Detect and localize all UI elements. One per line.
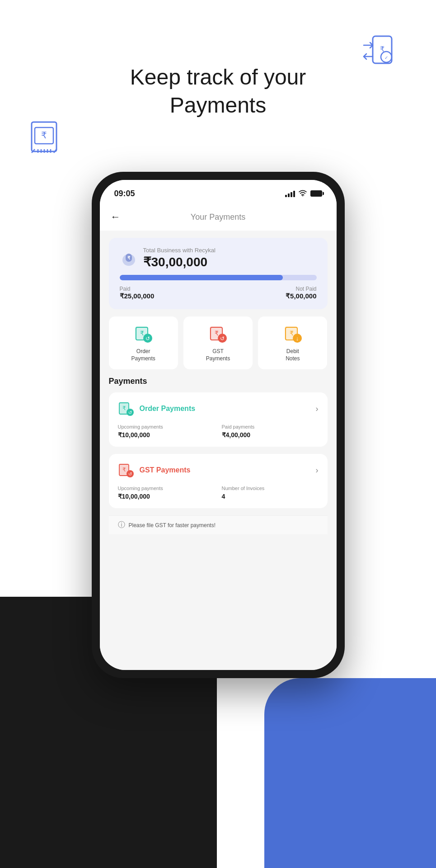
battery-icon xyxy=(310,190,322,197)
payment-progress-bar xyxy=(120,275,317,280)
gst-upcoming-value: ₹10,00,000 xyxy=(118,493,215,500)
payments-section-title: Payments xyxy=(109,377,328,386)
warning-text: Please file GST for faster payments! xyxy=(129,522,216,528)
action-order-payments-label: OrderPayments xyxy=(131,348,155,362)
not-paid-value: ₹5,00,000 xyxy=(286,292,316,300)
order-payments-card-icon: ₹ ↺ xyxy=(118,401,134,417)
svg-point-16 xyxy=(302,195,303,196)
debit-notes-action-icon: ₹ ↓ xyxy=(283,324,303,344)
gst-payments-card-title: GST Payments xyxy=(140,466,191,474)
gst-invoices-value: 4 xyxy=(222,493,319,500)
paid-label: Paid xyxy=(120,286,155,292)
svg-text:₹: ₹ xyxy=(140,330,144,337)
gst-payments-card-icon: ₹ ↺ xyxy=(118,462,134,478)
action-debit-notes-label: DebitNotes xyxy=(286,348,300,362)
svg-text:₹: ₹ xyxy=(215,330,219,337)
order-payments-action-icon: ₹ ↺ xyxy=(133,324,153,344)
wifi-icon xyxy=(299,190,307,198)
bg-blue-shape xyxy=(264,678,436,868)
gst-payments-action-icon: ₹ ↺ xyxy=(208,324,228,344)
progress-bar-fill xyxy=(120,275,283,280)
warning-icon: ⓘ xyxy=(118,520,125,530)
gst-invoices-stat: Number of Invoices 4 xyxy=(222,486,319,500)
phone-mockup: 09:05 xyxy=(92,172,345,678)
action-order-payments[interactable]: ₹ ↺ OrderPayments xyxy=(109,316,178,369)
svg-text:↺: ↺ xyxy=(220,335,225,342)
svg-text:₹: ₹ xyxy=(289,330,293,337)
gst-warning-bar: ⓘ Please file GST for faster payments! xyxy=(109,515,328,534)
order-payments-card-title: Order Payments xyxy=(140,405,196,413)
action-debit-notes[interactable]: ₹ ↓ DebitNotes xyxy=(258,316,327,369)
order-upcoming-stat: Upcoming payments ₹10,00,000 xyxy=(118,424,215,439)
svg-text:₹: ₹ xyxy=(122,467,126,473)
payments-section: Payments ₹ ↺ xyxy=(100,377,337,534)
status-icons xyxy=(285,190,322,198)
total-business-card: ₹ Total Business with Recykal ₹30,00,000… xyxy=(109,238,328,309)
order-upcoming-label: Upcoming payments xyxy=(118,424,215,429)
order-payments-chevron: › xyxy=(316,404,319,414)
receipt-icon: ₹ xyxy=(25,118,66,158)
order-paid-label: Paid payments xyxy=(222,424,319,429)
app-header: ← Your Payments xyxy=(100,203,337,231)
svg-text:↺: ↺ xyxy=(128,410,132,415)
svg-text:₹: ₹ xyxy=(122,405,126,411)
signal-icon xyxy=(285,190,295,197)
status-bar: 09:05 xyxy=(100,180,337,203)
svg-text:✓: ✓ xyxy=(384,55,388,60)
status-time: 09:05 xyxy=(114,189,135,198)
svg-text:↺: ↺ xyxy=(145,335,150,342)
order-paid-stat: Paid payments ₹4,00,000 xyxy=(222,424,319,439)
header-title: Your Payments xyxy=(191,212,245,222)
back-button[interactable]: ← xyxy=(111,211,121,223)
quick-actions: ₹ ↺ OrderPayments ₹ ↺ xyxy=(109,316,328,369)
rupee-bag-icon: ₹ xyxy=(120,249,138,267)
order-upcoming-value: ₹10,00,000 xyxy=(118,431,215,439)
gst-payments-chevron: › xyxy=(316,466,319,475)
not-paid-label: Not Paid xyxy=(286,286,316,292)
order-paid-value: ₹4,00,000 xyxy=(222,431,319,439)
app-content: ← Your Payments ₹ Total Business with Re… xyxy=(100,203,337,670)
order-payments-card[interactable]: ₹ ↺ Order Payments › Upcoming payments xyxy=(109,392,328,447)
action-gst-payments-label: GSTPayments xyxy=(206,348,230,362)
gst-upcoming-label: Upcoming payments xyxy=(118,486,215,491)
action-gst-payments[interactable]: ₹ ↺ GSTPayments xyxy=(183,316,253,369)
gst-upcoming-stat: Upcoming payments ₹10,00,000 xyxy=(118,486,215,500)
gst-payments-card[interactable]: ₹ ↺ GST Payments › Upcoming payments xyxy=(109,454,328,508)
total-amount: ₹30,00,000 xyxy=(143,255,216,269)
svg-text:₹: ₹ xyxy=(127,255,131,260)
paid-value: ₹25,00,000 xyxy=(120,292,155,300)
main-heading: Keep track of your Payments xyxy=(0,63,436,120)
svg-text:₹: ₹ xyxy=(41,130,47,140)
gst-invoices-label: Number of Invoices xyxy=(222,486,319,491)
svg-text:↓: ↓ xyxy=(296,335,299,342)
total-label: Total Business with Recykal xyxy=(143,247,216,254)
svg-text:↺: ↺ xyxy=(128,472,132,476)
